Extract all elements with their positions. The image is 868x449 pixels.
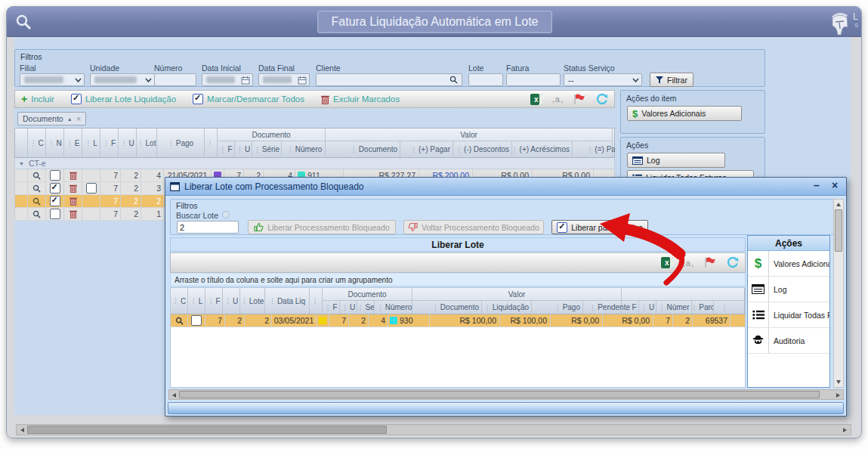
col-header[interactable]: Lote: [240, 288, 265, 314]
scroll-left-arrow[interactable]: [172, 393, 176, 398]
view-row-icon[interactable]: [175, 317, 184, 325]
log-button[interactable]: Log: [627, 153, 725, 168]
close-button[interactable]: ×: [832, 179, 838, 191]
remove-chip-icon[interactable]: ×: [76, 114, 81, 123]
modal-horizontal-scrollbar[interactable]: [168, 389, 844, 400]
trash-icon[interactable]: [70, 171, 77, 180]
scroll-right-arrow[interactable]: [843, 428, 847, 432]
col-header[interactable]: Pago: [157, 129, 205, 157]
col-header[interactable]: F: [100, 129, 119, 157]
unidade-select[interactable]: [90, 73, 155, 86]
view-row-icon[interactable]: [32, 210, 41, 218]
excluir-marcados-button[interactable]: Excluir Marcados: [321, 94, 400, 104]
col-header[interactable]: Parc: [692, 301, 714, 314]
minimize-button[interactable]: –: [814, 179, 820, 191]
row-checkbox[interactable]: [86, 183, 97, 194]
lote-input[interactable]: [468, 73, 503, 86]
row-checkbox[interactable]: [191, 315, 202, 326]
data-inicial-input[interactable]: [202, 73, 253, 86]
col-header[interactable]: N: [46, 129, 64, 157]
calendar-icon[interactable]: [241, 76, 250, 85]
col-header[interactable]: C: [171, 288, 188, 314]
scrollbar-thumb[interactable]: [835, 209, 842, 252]
cliente-input[interactable]: [316, 73, 462, 86]
search-icon[interactable]: [15, 14, 32, 30]
status-servico-select[interactable]: --: [564, 73, 642, 86]
modal-titlebar[interactable]: Liberar Lote com Processamento Bloqueado…: [165, 178, 846, 196]
sort-chip-documento[interactable]: Documento ▲ ×: [17, 112, 86, 125]
row-checkbox[interactable]: [50, 196, 60, 206]
col-header[interactable]: Data Liq: [265, 288, 310, 314]
col-header[interactable]: [310, 288, 323, 314]
row-checkbox[interactable]: [50, 183, 60, 194]
col-header[interactable]: Documento: [412, 301, 482, 314]
buscar-lote-input[interactable]: [177, 221, 239, 234]
trash-icon[interactable]: [70, 197, 77, 206]
export-excel-icon[interactable]: x: [530, 94, 542, 105]
col-header[interactable]: Documento: [326, 141, 400, 157]
liberar-lote-liquidacao-button[interactable]: Liberar Lote Liquidação: [71, 94, 176, 104]
scrollbar-thumb[interactable]: [27, 426, 387, 434]
filial-select[interactable]: [20, 73, 85, 86]
col-header[interactable]: Série: [252, 141, 282, 157]
col-header[interactable]: Pago: [532, 301, 583, 314]
scroll-right-arrow[interactable]: [836, 393, 840, 398]
col-header[interactable]: (=) Pago: [573, 141, 615, 157]
group-row-cte[interactable]: ▼ CT-e: [14, 158, 615, 169]
col-header[interactable]: (+) Acréscimos: [512, 141, 573, 157]
log-action[interactable]: Log: [748, 277, 829, 302]
valores-adicionais-button[interactable]: $ Valores Adicionais: [627, 106, 742, 121]
trash-icon[interactable]: [70, 184, 77, 193]
col-header[interactable]: (-) Descontos: [453, 141, 512, 157]
col-header[interactable]: F: [205, 288, 223, 314]
col-header[interactable]: [205, 129, 218, 157]
col-header[interactable]: Número: [375, 301, 414, 314]
view-row-icon[interactable]: [32, 172, 41, 180]
horizontal-scrollbar[interactable]: [16, 424, 851, 435]
col-header[interactable]: C: [28, 129, 46, 157]
row-checkbox[interactable]: [50, 209, 60, 219]
valores-adicionais-action[interactable]: $ Valores Adicionais: [748, 251, 829, 277]
col-header[interactable]: (+) Pagar: [400, 141, 453, 157]
flag-icon[interactable]: [573, 94, 585, 105]
filtrar-button[interactable]: Filtrar: [650, 73, 693, 87]
col-header[interactable]: U: [119, 129, 137, 157]
col-header[interactable]: U: [223, 288, 240, 314]
auditoria-action[interactable]: Auditoria: [748, 328, 829, 354]
export-text-icon[interactable]: ,a,: [552, 94, 564, 104]
marcar-desmarcar-button[interactable]: Marcar/Desmarcar Todos: [193, 94, 304, 104]
table-row-selected[interactable]: 7 2 2 03/05/2021 7 2 4 930 R$ 100,00 R$ …: [171, 314, 745, 327]
data-final-input[interactable]: [258, 73, 310, 86]
col-header[interactable]: F: [218, 141, 235, 157]
numero-input[interactable]: [154, 73, 196, 86]
row-checkbox[interactable]: [50, 170, 60, 181]
view-row-icon[interactable]: [32, 197, 41, 206]
scroll-down-arrow[interactable]: [836, 380, 841, 384]
collapse-icon[interactable]: ▼: [19, 161, 24, 166]
col-header[interactable]: F: [323, 301, 340, 314]
incluir-button[interactable]: + Incluir: [21, 93, 54, 105]
col-header[interactable]: Se: [357, 301, 375, 314]
trash-icon[interactable]: [70, 209, 77, 218]
col-header[interactable]: U: [639, 301, 656, 314]
liquidar-todas-faturas-action[interactable]: Liquidar Todas Faturas: [748, 302, 829, 328]
view-row-icon[interactable]: [32, 184, 41, 193]
calendar-icon[interactable]: [298, 76, 307, 85]
col-header[interactable]: U: [235, 141, 252, 157]
scroll-left-arrow[interactable]: [20, 428, 24, 432]
fatura-input[interactable]: [506, 73, 561, 86]
col-header[interactable]: Liquidação: [482, 301, 532, 314]
col-header[interactable]: F: [622, 301, 639, 314]
col-header[interactable]: U: [340, 301, 357, 314]
scroll-up-arrow[interactable]: [836, 203, 841, 206]
refresh-icon[interactable]: [726, 256, 739, 269]
col-header[interactable]: Númer: [656, 301, 692, 314]
col-header[interactable]: E: [64, 129, 82, 157]
refresh-icon[interactable]: [595, 93, 608, 106]
scrollbar-thumb[interactable]: [179, 391, 820, 398]
col-header[interactable]: [714, 301, 737, 314]
modal-vertical-scrollbar[interactable]: [833, 199, 844, 388]
col-header[interactable]: L: [82, 129, 100, 157]
col-header[interactable]: Lot: [137, 129, 157, 157]
col-header[interactable]: L: [188, 288, 205, 314]
